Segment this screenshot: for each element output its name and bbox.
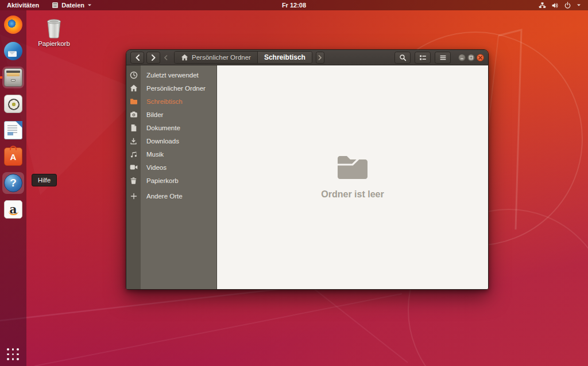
view-list-button[interactable] bbox=[415, 52, 431, 64]
files-window: Persönlicher Ordner Schreibtisch bbox=[126, 49, 489, 290]
sidebar-item-downloads[interactable]: Downloads bbox=[126, 134, 216, 147]
help-icon: ? bbox=[4, 174, 22, 192]
desktop: Aktivitäten Dateien Fr 12:08 bbox=[0, 0, 588, 366]
path-scroll-right-button[interactable] bbox=[316, 52, 324, 64]
sidebar-item-label: Zuletzt verwendet bbox=[141, 72, 199, 79]
hamburger-menu-icon bbox=[439, 54, 447, 61]
power-icon bbox=[564, 2, 571, 9]
sidebar-item-label: Papierkorb bbox=[141, 177, 179, 184]
help-tooltip: Hilfe bbox=[32, 174, 57, 186]
chevron-right-icon bbox=[318, 55, 322, 60]
clock[interactable]: Fr 12:08 bbox=[282, 2, 306, 9]
sidebar-item-label: Musik bbox=[141, 151, 164, 158]
empty-folder-state: Ordner ist leer bbox=[217, 153, 488, 200]
forward-button[interactable] bbox=[146, 52, 160, 64]
sidebar-item-other-locations[interactable]: Andere Orte bbox=[126, 189, 216, 203]
rhythmbox-icon bbox=[4, 95, 22, 113]
chevron-left-icon bbox=[164, 55, 168, 60]
sidebar-item-videos[interactable]: Videos bbox=[126, 161, 216, 174]
sidebar-item-music[interactable]: Musik bbox=[126, 147, 216, 161]
close-icon bbox=[478, 56, 482, 60]
recent-clock-icon bbox=[126, 71, 141, 79]
dock-item-files[interactable] bbox=[2, 67, 24, 88]
show-applications-button[interactable] bbox=[6, 347, 21, 362]
path-bar: Persönlicher Ordner Schreibtisch bbox=[174, 51, 312, 64]
window-controls bbox=[458, 54, 484, 61]
files-app-icon bbox=[52, 2, 59, 9]
empty-folder-message: Ordner ist leer bbox=[217, 189, 488, 200]
dock-item-help[interactable]: ? bbox=[2, 172, 24, 194]
sidebar-item-label: Bilder bbox=[141, 111, 163, 118]
home-icon bbox=[126, 84, 141, 92]
back-button[interactable] bbox=[130, 52, 144, 64]
minimize-icon bbox=[460, 56, 464, 60]
sidebar-item-label: Andere Orte bbox=[141, 193, 183, 200]
sidebar-item-recent[interactable]: Zuletzt verwendet bbox=[126, 68, 216, 81]
sidebar-item-desktop[interactable]: Schreibtisch bbox=[126, 95, 216, 108]
trash-can-icon bbox=[42, 15, 65, 39]
volume-icon bbox=[551, 2, 559, 9]
folder-view[interactable]: Ordner ist leer bbox=[217, 65, 488, 289]
minimize-button[interactable] bbox=[458, 54, 466, 61]
view-list-icon bbox=[419, 54, 427, 61]
plus-icon bbox=[126, 193, 141, 200]
top-bar: Aktivitäten Dateien Fr 12:08 bbox=[0, 0, 588, 10]
path-scroll-left-button[interactable] bbox=[163, 52, 169, 64]
firefox-icon bbox=[4, 15, 22, 34]
dock-item-libreoffice-writer[interactable] bbox=[2, 119, 24, 141]
sidebar-item-pictures[interactable]: Bilder bbox=[126, 108, 216, 121]
chevron-down-icon bbox=[87, 3, 92, 7]
sidebar: Zuletzt verwendet Persönlicher Ordner Sc… bbox=[126, 65, 217, 289]
app-menu-label: Dateien bbox=[61, 2, 84, 9]
headerbar[interactable]: Persönlicher Ordner Schreibtisch bbox=[126, 50, 488, 65]
camera-icon bbox=[126, 111, 141, 118]
thunderbird-icon bbox=[4, 42, 22, 60]
trash-label: Papierkorb bbox=[38, 40, 70, 47]
video-camera-icon bbox=[126, 164, 141, 170]
path-segment-label: Schreibtisch bbox=[264, 53, 305, 61]
libreoffice-writer-icon bbox=[4, 121, 22, 139]
sidebar-item-home[interactable]: Persönlicher Ordner bbox=[126, 81, 216, 95]
path-segment-home[interactable]: Persönlicher Ordner bbox=[175, 52, 257, 63]
sidebar-item-label: Downloads bbox=[141, 138, 179, 145]
activities-label: Aktivitäten bbox=[7, 2, 39, 9]
maximize-button[interactable] bbox=[467, 54, 475, 61]
dock-item-firefox[interactable] bbox=[2, 14, 24, 36]
chevron-left-icon bbox=[135, 54, 140, 61]
desktop-trash-icon[interactable]: Papierkorb bbox=[38, 15, 70, 47]
network-icon bbox=[539, 2, 546, 9]
dock-item-amazon[interactable]: a bbox=[2, 198, 24, 220]
search-button[interactable] bbox=[394, 52, 411, 64]
dock-item-rhythmbox[interactable] bbox=[2, 93, 24, 115]
app-menu-button[interactable]: Dateien bbox=[46, 0, 98, 10]
sidebar-item-label: Dokumente bbox=[141, 124, 180, 131]
window-body: Zuletzt verwendet Persönlicher Ordner Sc… bbox=[126, 65, 488, 289]
activities-button[interactable]: Aktivitäten bbox=[0, 0, 46, 10]
menu-button[interactable] bbox=[435, 52, 451, 64]
chevron-right-icon bbox=[151, 54, 156, 61]
folder-icon bbox=[126, 98, 141, 105]
sidebar-item-label: Persönlicher Ordner bbox=[141, 85, 206, 92]
music-note-icon bbox=[126, 150, 141, 158]
sidebar-item-label: Videos bbox=[141, 164, 167, 171]
sidebar-item-documents[interactable]: Dokumente bbox=[126, 121, 216, 134]
dock-item-thunderbird[interactable] bbox=[2, 40, 24, 62]
empty-folder-icon bbox=[334, 153, 371, 182]
close-button[interactable] bbox=[477, 54, 484, 61]
dock: A ? a bbox=[0, 10, 26, 366]
chevron-down-icon bbox=[577, 3, 581, 7]
path-segment-label: Persönlicher Ordner bbox=[192, 54, 251, 61]
maximize-icon bbox=[469, 56, 473, 60]
sidebar-item-label: Schreibtisch bbox=[141, 98, 183, 105]
amazon-icon: a bbox=[4, 200, 22, 219]
files-icon bbox=[4, 68, 22, 87]
system-status-menu[interactable] bbox=[535, 0, 585, 10]
home-icon bbox=[181, 54, 188, 61]
sidebar-item-trash[interactable]: Papierkorb bbox=[126, 174, 216, 187]
search-icon bbox=[399, 54, 407, 61]
ubuntu-software-icon: A bbox=[4, 147, 22, 166]
dock-item-ubuntu-software[interactable]: A bbox=[2, 146, 24, 168]
document-icon bbox=[126, 124, 141, 132]
path-segment-current[interactable]: Schreibtisch bbox=[257, 52, 312, 63]
trash-icon bbox=[126, 177, 141, 185]
